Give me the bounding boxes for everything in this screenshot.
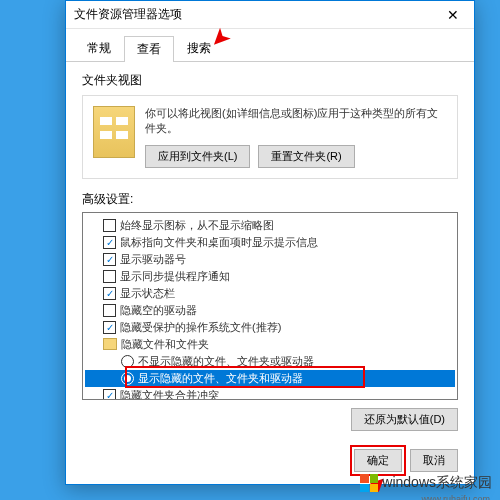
checkbox-icon[interactable]	[103, 304, 116, 317]
tree-item[interactable]: 隐藏空的驱动器	[85, 302, 455, 319]
close-button[interactable]: ✕	[432, 1, 474, 29]
tree-item[interactable]: 显示隐藏的文件、文件夹和驱动器	[85, 370, 455, 387]
folder-options-dialog: 文件资源管理器选项 ✕ ➤ 常规 查看 搜索 文件夹视图 你可以将此视图(如详细…	[65, 0, 475, 485]
tree-item[interactable]: 显示状态栏	[85, 285, 455, 302]
restore-defaults-button[interactable]: 还原为默认值(D)	[351, 408, 458, 431]
checkbox-icon[interactable]	[103, 321, 116, 334]
checkbox-icon[interactable]	[103, 236, 116, 249]
radio-icon[interactable]	[121, 355, 134, 368]
watermark: windows系统家园	[360, 474, 492, 492]
folder-views-text: 你可以将此视图(如详细信息或图标)应用于这种类型的所有文件夹。 应用到文件夹(L…	[145, 106, 447, 168]
tree-item-label: 始终显示图标，从不显示缩略图	[120, 218, 274, 233]
apply-folders-button[interactable]: 应用到文件夹(L)	[145, 145, 250, 168]
tree-item-label: 不显示隐藏的文件、文件夹或驱动器	[138, 354, 314, 369]
radio-icon[interactable]	[121, 372, 134, 385]
folder-views-group: 你可以将此视图(如详细信息或图标)应用于这种类型的所有文件夹。 应用到文件夹(L…	[82, 95, 458, 179]
tree-folder-node[interactable]: 隐藏文件和文件夹	[85, 336, 455, 353]
folder-node-icon	[103, 338, 117, 350]
tab-general[interactable]: 常规	[74, 35, 124, 61]
tree-item[interactable]: 隐藏受保护的操作系统文件(推荐)	[85, 319, 455, 336]
tree-item[interactable]: 鼠标指向文件夹和桌面项时显示提示信息	[85, 234, 455, 251]
tree-item-label: 显示隐藏的文件、文件夹和驱动器	[138, 371, 303, 386]
tree-item[interactable]: 显示驱动器号	[85, 251, 455, 268]
tree-item[interactable]: 始终显示图标，从不显示缩略图	[85, 217, 455, 234]
tab-view[interactable]: 查看	[124, 36, 174, 62]
checkbox-icon[interactable]	[103, 389, 116, 400]
tree-item-label: 鼠标指向文件夹和桌面项时显示提示信息	[120, 235, 318, 250]
reset-folders-button[interactable]: 重置文件夹(R)	[258, 145, 354, 168]
tab-search[interactable]: 搜索	[174, 35, 224, 61]
tree-item-label: 显示状态栏	[120, 286, 175, 301]
dialog-title: 文件资源管理器选项	[74, 6, 182, 23]
checkbox-icon[interactable]	[103, 287, 116, 300]
folder-views-desc: 你可以将此视图(如详细信息或图标)应用于这种类型的所有文件夹。	[145, 106, 447, 137]
tree-item[interactable]: 显示同步提供程序通知	[85, 268, 455, 285]
watermark-text: windows系统家园	[382, 474, 492, 492]
watermark-url: www.ruhaifu.com	[421, 494, 490, 500]
tree-item-label: 隐藏文件和文件夹	[121, 337, 209, 352]
folder-icon	[93, 106, 135, 158]
tree-item-label: 隐藏受保护的操作系统文件(推荐)	[120, 320, 281, 335]
tree-item[interactable]: 隐藏文件夹合并冲突	[85, 387, 455, 400]
checkbox-icon[interactable]	[103, 270, 116, 283]
tab-strip: 常规 查看 搜索	[66, 29, 474, 62]
tree-item-label: 隐藏文件夹合并冲突	[120, 388, 219, 400]
tree-item[interactable]: 不显示隐藏的文件、文件夹或驱动器	[85, 353, 455, 370]
cancel-button[interactable]: 取消	[410, 449, 458, 472]
dialog-content: 文件夹视图 你可以将此视图(如详细信息或图标)应用于这种类型的所有文件夹。 应用…	[66, 62, 474, 441]
advanced-label: 高级设置:	[82, 191, 458, 208]
titlebar: 文件资源管理器选项 ✕	[66, 1, 474, 29]
tree-item-label: 显示驱动器号	[120, 252, 186, 267]
advanced-settings-tree[interactable]: 始终显示图标，从不显示缩略图鼠标指向文件夹和桌面项时显示提示信息显示驱动器号显示…	[82, 212, 458, 400]
ok-button[interactable]: 确定	[354, 449, 402, 472]
checkbox-icon[interactable]	[103, 219, 116, 232]
folder-views-label: 文件夹视图	[82, 72, 458, 89]
tree-item-label: 隐藏空的驱动器	[120, 303, 197, 318]
tree-item-label: 显示同步提供程序通知	[120, 269, 230, 284]
windows-logo-icon	[360, 474, 378, 492]
checkbox-icon[interactable]	[103, 253, 116, 266]
